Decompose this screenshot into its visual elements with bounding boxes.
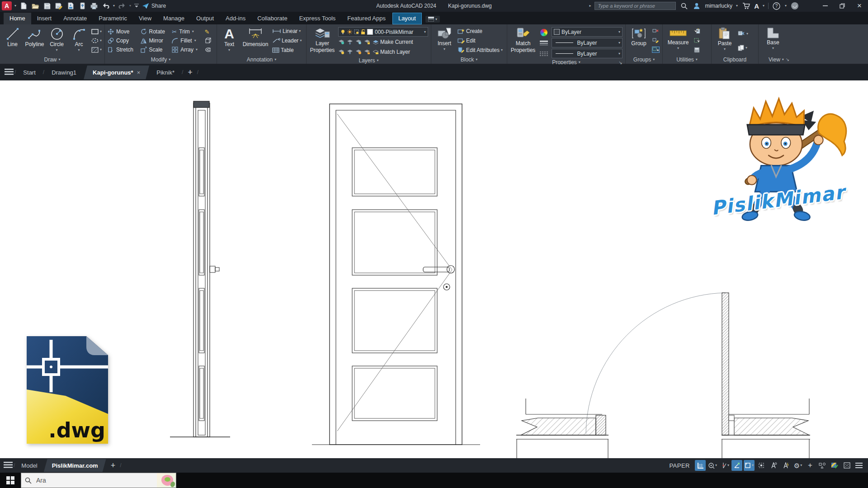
lineweight-icon[interactable]	[540, 41, 548, 46]
search-highlight-image[interactable]	[157, 473, 176, 488]
save-icon[interactable]	[42, 1, 52, 10]
hatch-button[interactable]: ▾	[91, 46, 102, 54]
panel-label-utilities[interactable]: Utilities▾	[663, 55, 711, 64]
file-tab-kapi-gorunus[interactable]: Kapi-gorunus* ×	[84, 66, 149, 80]
tab-insert[interactable]: Insert	[31, 13, 58, 24]
autocad-app-icon[interactable]: A	[2, 1, 12, 10]
match-layer-button[interactable]: Match Layer	[373, 48, 410, 56]
copy-clip-button[interactable]: ▾	[738, 44, 748, 52]
layer-unisolate-button[interactable]	[347, 49, 353, 55]
windows-start-button[interactable]	[0, 476, 21, 484]
quick-access-customize-icon[interactable]	[134, 3, 139, 9]
make-current-button[interactable]: Make Current	[373, 38, 413, 46]
taskbar-search-box[interactable]	[21, 473, 176, 488]
panel-label-block[interactable]: Block▾	[431, 55, 507, 64]
layer-isolate-button[interactable]	[347, 39, 353, 45]
linear-dimension-button[interactable]: Linear ▾	[272, 27, 302, 35]
tab-view[interactable]: View	[133, 13, 157, 24]
model-tab[interactable]: Model	[16, 459, 42, 472]
user-avatar-icon[interactable]	[692, 1, 701, 10]
file-tab-drawing1[interactable]: Drawing1	[45, 66, 83, 80]
signed-in-user[interactable]: mimarlucky	[705, 3, 732, 9]
tab-layout[interactable]: Layout	[392, 13, 422, 24]
explode-button[interactable]	[205, 37, 214, 45]
layer-unlock-button[interactable]	[364, 49, 370, 55]
new-drawing-button[interactable]: +	[184, 68, 196, 77]
view-dialog-launcher[interactable]: ↘	[786, 57, 789, 62]
taskbar-search-input[interactable]	[35, 476, 139, 484]
redo-caret-icon[interactable]: ▾	[129, 4, 131, 8]
leader-button[interactable]: Leader ▾	[272, 37, 302, 45]
scale-button[interactable]: Scale	[141, 46, 168, 54]
tab-parametric[interactable]: Parametric	[93, 13, 133, 24]
mobile-upload-icon[interactable]	[78, 1, 87, 10]
line-button[interactable]: Line	[3, 26, 22, 55]
help-caret-icon[interactable]: ▾	[785, 4, 787, 8]
layer-freeze-button[interactable]	[355, 39, 362, 45]
rectangle-button[interactable]: ▾	[91, 28, 102, 36]
layer-lock-button[interactable]	[364, 39, 370, 45]
quick-calculator-button[interactable]	[693, 47, 700, 53]
layer-thaw-button[interactable]	[355, 49, 362, 55]
array-button[interactable]: Array ▾	[172, 46, 200, 54]
close-tab-icon[interactable]: ×	[137, 69, 141, 76]
redo-icon[interactable]	[118, 1, 127, 10]
osnap-tracking-toggle[interactable]: ▾	[744, 460, 755, 471]
customize-status-menu[interactable]	[854, 460, 864, 471]
save-as-icon[interactable]	[54, 1, 63, 10]
dimension-button[interactable]: Dimension	[241, 26, 269, 55]
ribbon-display-toggle[interactable]: ▾	[425, 16, 440, 23]
paper-space-label[interactable]: PAPER	[669, 462, 690, 469]
group-edit-button[interactable]	[652, 38, 660, 43]
move-button[interactable]: Move	[108, 28, 136, 36]
minimize-button[interactable]	[818, 0, 832, 11]
keyword-search-input[interactable]	[594, 2, 676, 10]
tab-home[interactable]: Home	[4, 13, 31, 24]
quick-select-button[interactable]	[693, 28, 700, 34]
panel-label-draw[interactable]: Draw▾	[0, 55, 104, 64]
table-button[interactable]: Table	[272, 46, 302, 54]
help-icon[interactable]: ?	[772, 1, 781, 10]
tab-annotate[interactable]: Annotate	[57, 13, 93, 24]
file-tabs-menu-icon[interactable]	[5, 69, 14, 76]
new-layout-button[interactable]: +	[107, 461, 119, 470]
group-button[interactable]: Group	[628, 26, 649, 55]
insert-block-button[interactable]: Insert ▾	[434, 26, 455, 55]
id-point-button[interactable]	[693, 38, 700, 43]
layer-off-button[interactable]	[338, 39, 344, 45]
selection-cycling-toggle[interactable]	[756, 460, 767, 471]
annotation-scale-menu[interactable]: ⚙ ▾	[793, 460, 803, 471]
rotate-button[interactable]: Rotate	[141, 28, 168, 36]
undo-caret-icon[interactable]: ▾	[113, 4, 115, 8]
annotation-autoscale-toggle[interactable]	[780, 460, 791, 471]
measure-button[interactable]: Measure ▾	[665, 26, 691, 55]
tab-output[interactable]: Output	[190, 13, 220, 24]
autodesk-caret-icon[interactable]: ▾	[763, 4, 764, 8]
plot-recover-icon[interactable]	[66, 1, 75, 10]
layout-tab-pislikmimar[interactable]: PislikMimar.com	[44, 459, 106, 472]
create-block-button[interactable]: Create	[458, 27, 503, 35]
text-button[interactable]: A Text ▾	[220, 26, 239, 55]
notifications-icon[interactable]	[790, 1, 799, 10]
annotation-visibility-toggle[interactable]	[768, 460, 779, 471]
mirror-button[interactable]: Mirror	[141, 37, 168, 45]
restore-button[interactable]	[835, 0, 849, 11]
ellipse-button[interactable]: ▾	[91, 37, 102, 45]
group-selection-toggle[interactable]	[652, 47, 660, 53]
tab-featured-apps[interactable]: Featured Apps	[341, 13, 392, 24]
trim-button[interactable]: ✂ Trim ▾	[172, 28, 200, 36]
ungroup-button[interactable]	[652, 28, 660, 34]
lineweight-combo[interactable]: ByLayer ▾	[552, 38, 623, 47]
erase-button[interactable]: ✎	[205, 28, 214, 36]
autodesk-a-icon[interactable]: A	[754, 2, 759, 10]
grid-toggle[interactable]	[695, 460, 706, 471]
file-tab-start[interactable]: Start	[17, 66, 42, 80]
layer-properties-button[interactable]: Layer Properties	[309, 26, 335, 57]
panel-label-annotation[interactable]: Annotation▾	[217, 55, 306, 64]
file-tab-piknik[interactable]: Piknik*	[150, 66, 181, 80]
drawing-canvas[interactable]: .dwg	[0, 80, 868, 458]
panel-label-view[interactable]: View▾ ↘	[759, 55, 868, 64]
isolate-objects-toggle[interactable]	[817, 460, 828, 471]
search-icon[interactable]	[679, 1, 689, 10]
user-menu-caret-icon[interactable]: ▾	[736, 4, 738, 8]
